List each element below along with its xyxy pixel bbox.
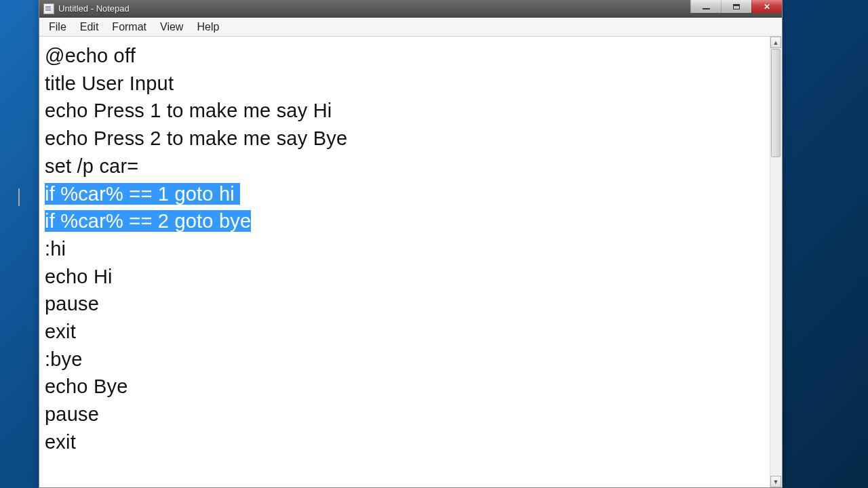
menu-edit[interactable]: Edit bbox=[73, 18, 106, 36]
editor-line: :bye bbox=[45, 346, 770, 373]
editor-line: @echo off bbox=[45, 42, 770, 70]
window-title: Untitled - Notepad bbox=[58, 3, 130, 14]
titlebar[interactable]: Untitled - Notepad ✕ bbox=[39, 0, 782, 18]
editor-line: pause bbox=[45, 401, 770, 428]
editor-line: echo Bye bbox=[45, 373, 770, 401]
editor-line: :hi bbox=[45, 235, 770, 263]
scroll-up-button[interactable]: ▲ bbox=[770, 37, 781, 48]
maximize-button[interactable] bbox=[721, 0, 751, 13]
editor-line: if %car% == 2 goto bye bbox=[45, 207, 770, 235]
editor-line: echo Press 1 to make me say Hi bbox=[45, 97, 770, 125]
close-icon: ✕ bbox=[764, 2, 770, 12]
editor-line: pause bbox=[45, 290, 770, 318]
editor-line: set /p car= bbox=[45, 152, 770, 180]
editor-line: if %car% == 1 goto hi bbox=[45, 180, 770, 208]
editor-line: exit bbox=[45, 428, 770, 456]
menu-view[interactable]: View bbox=[153, 18, 190, 36]
selected-text: if %car% == 1 goto hi bbox=[45, 183, 240, 205]
window-controls: ✕ bbox=[690, 0, 782, 13]
text-cursor-ibeam bbox=[18, 188, 20, 206]
close-button[interactable]: ✕ bbox=[751, 0, 782, 13]
editor-line: echo Press 2 to make me say Bye bbox=[45, 125, 770, 152]
minimize-button[interactable] bbox=[690, 0, 721, 13]
scrollbar-thumb[interactable] bbox=[771, 49, 781, 157]
minimize-icon bbox=[703, 7, 710, 9]
menu-file[interactable]: File bbox=[42, 18, 73, 36]
menu-format[interactable]: Format bbox=[105, 18, 153, 36]
menu-help[interactable]: Help bbox=[190, 18, 226, 36]
scroll-down-button[interactable]: ▼ bbox=[770, 476, 781, 487]
maximize-icon bbox=[733, 4, 740, 9]
editor-container: @echo offtitle User Inputecho Press 1 to… bbox=[39, 37, 782, 487]
selected-text: if %car% == 2 goto bye bbox=[45, 210, 251, 232]
vertical-scrollbar[interactable]: ▲ ▼ bbox=[770, 37, 782, 487]
menubar: File Edit Format View Help bbox=[39, 18, 782, 37]
notepad-window: Untitled - Notepad ✕ File Edit Format Vi… bbox=[39, 0, 783, 488]
text-editor-area[interactable]: @echo offtitle User Inputecho Press 1 to… bbox=[39, 37, 770, 487]
editor-line: echo Hi bbox=[45, 263, 770, 291]
notepad-app-icon bbox=[43, 3, 54, 14]
editor-line: exit bbox=[45, 318, 770, 346]
editor-line: title User Input bbox=[45, 70, 770, 98]
